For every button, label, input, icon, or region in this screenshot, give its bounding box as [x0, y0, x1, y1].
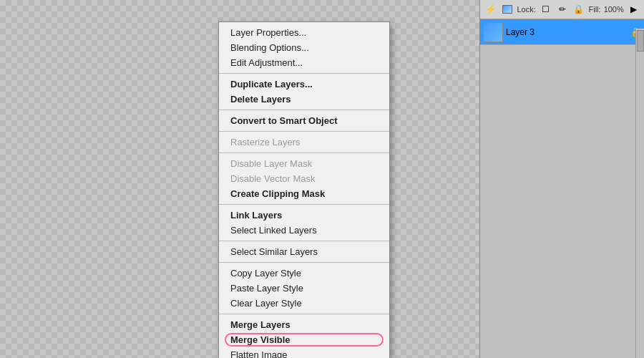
- fill-label: Fill:: [589, 5, 601, 14]
- menu-item-merge-layers[interactable]: Merge Layers: [219, 317, 389, 332]
- menu-separator: [219, 262, 389, 263]
- layers-empty-area: [480, 45, 644, 296]
- menu-item-create-clipping-mask[interactable]: Create Clipping Mask: [219, 186, 389, 201]
- context-menu: Layer Properties...Blending Options...Ed…: [218, 21, 390, 358]
- menu-item-rasterize-layers: Rasterize Layers: [219, 135, 389, 150]
- layer-thumbnail: [483, 22, 503, 42]
- layers-scrollbar[interactable]: [635, 29, 644, 358]
- menu-item-paste-layer-style[interactable]: Paste Layer Style: [219, 281, 389, 296]
- menu-item-blending-options[interactable]: Blending Options...: [219, 40, 389, 55]
- lock-empty-icon[interactable]: ☐: [539, 2, 552, 16]
- menu-item-delete-layers[interactable]: Delete Layers: [219, 92, 389, 107]
- menu-separator: [219, 73, 389, 74]
- menu-separator: [219, 314, 389, 314]
- layer-row[interactable]: Layer 3 🔒: [480, 19, 644, 45]
- fill-value: 100%: [604, 5, 624, 14]
- usb-icon[interactable]: ⚡: [484, 2, 497, 16]
- layers-panel: ⚡ Lock: ☐ ✏ 🔒 Fill: 100% ▶ Layer 3 🔒: [479, 0, 644, 358]
- menu-item-disable-vector-mask: Disable Vector Mask: [219, 171, 389, 186]
- menu-item-copy-layer-style[interactable]: Copy Layer Style: [219, 266, 389, 281]
- lock-icon[interactable]: 🔒: [572, 2, 585, 16]
- layers-toolbar: ⚡ Lock: ☐ ✏ 🔒 Fill: 100% ▶: [480, 0, 644, 19]
- layer-name: Layer 3: [506, 27, 628, 37]
- layers-list: Layer 3 🔒: [480, 19, 644, 358]
- menu-item-convert-smart[interactable]: Convert to Smart Object: [219, 113, 389, 128]
- menu-separator: [219, 204, 389, 205]
- menu-item-clear-layer-style[interactable]: Clear Layer Style: [219, 296, 389, 311]
- menu-separator: [219, 241, 389, 241]
- menu-item-merge-visible[interactable]: Merge Visible: [219, 332, 389, 347]
- menu-item-edit-adjustment[interactable]: Edit Adjustment...: [219, 55, 389, 70]
- scrollbar-thumb[interactable]: [637, 30, 644, 52]
- lock-label: Lock:: [517, 5, 535, 14]
- menu-item-link-layers[interactable]: Link Layers: [219, 208, 389, 223]
- layer-thumb-icon[interactable]: [500, 2, 514, 16]
- menu-item-select-linked[interactable]: Select Linked Layers: [219, 223, 389, 238]
- menu-item-select-similar[interactable]: Select Similar Layers: [219, 244, 389, 259]
- menu-item-layer-properties[interactable]: Layer Properties...: [219, 25, 389, 40]
- menu-item-duplicate-layers[interactable]: Duplicate Layers...: [219, 77, 389, 92]
- pencil-icon[interactable]: ✏: [555, 2, 569, 16]
- menu-separator: [219, 110, 389, 110]
- menu-item-disable-layer-mask: Disable Layer Mask: [219, 156, 389, 171]
- menu-item-flatten-image[interactable]: Flatten Image: [219, 347, 389, 358]
- menu-separator: [219, 131, 389, 132]
- menu-separator: [219, 153, 389, 153]
- fill-arrow-icon[interactable]: ▶: [627, 2, 640, 16]
